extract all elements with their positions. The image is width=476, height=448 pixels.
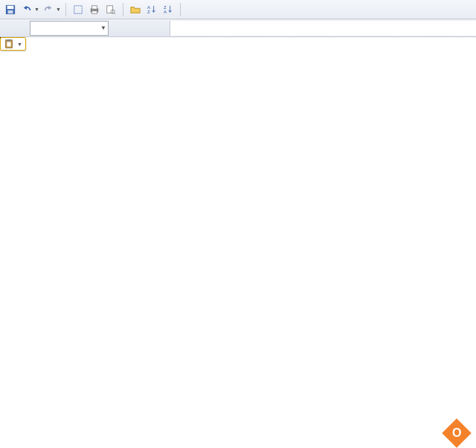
svg-rect-15 [7, 39, 10, 42]
svg-rect-3 [74, 5, 83, 13]
redo-dropdown-icon[interactable]: ▼ [56, 7, 61, 12]
fx-button[interactable] [148, 21, 170, 36]
clipboard-icon [4, 39, 14, 49]
quick-access-toolbar: ▼ ▼ AZ ZA [0, 0, 476, 19]
chevron-down-icon[interactable]: ▼ [17, 42, 22, 47]
sort-asc-icon[interactable]: AZ [144, 2, 159, 17]
svg-line-9 [114, 13, 115, 14]
preview-icon[interactable] [103, 2, 118, 17]
svg-rect-5 [91, 5, 97, 8]
svg-rect-1 [7, 5, 14, 8]
save-icon[interactable] [3, 2, 18, 17]
print-icon[interactable] [87, 2, 102, 17]
separator [65, 3, 66, 16]
logo-icon: O [442, 418, 472, 448]
paste-options-tag[interactable]: ▼ [0, 37, 26, 51]
sort-desc-icon[interactable]: ZA [161, 2, 176, 17]
svg-rect-2 [8, 10, 13, 13]
undo-dropdown-icon[interactable]: ▼ [34, 7, 39, 12]
open-icon[interactable] [128, 2, 143, 17]
svg-rect-16 [7, 42, 10, 46]
spreadsheet-grid[interactable]: ▼ O [0, 37, 476, 448]
redo-icon[interactable] [41, 2, 56, 17]
separator [123, 3, 123, 16]
formula-input[interactable] [170, 21, 476, 36]
svg-rect-6 [91, 10, 97, 13]
undo-icon[interactable] [19, 2, 34, 17]
separator [180, 3, 181, 16]
watermark: O [446, 423, 472, 444]
chevron-down-icon[interactable]: ▼ [100, 25, 106, 31]
svg-text:Z: Z [147, 9, 150, 14]
formula-bar: ▼ [0, 19, 476, 37]
svg-rect-7 [107, 5, 113, 13]
print-area-icon[interactable] [71, 2, 86, 17]
svg-text:A: A [164, 9, 167, 14]
name-box[interactable]: ▼ [30, 21, 109, 36]
